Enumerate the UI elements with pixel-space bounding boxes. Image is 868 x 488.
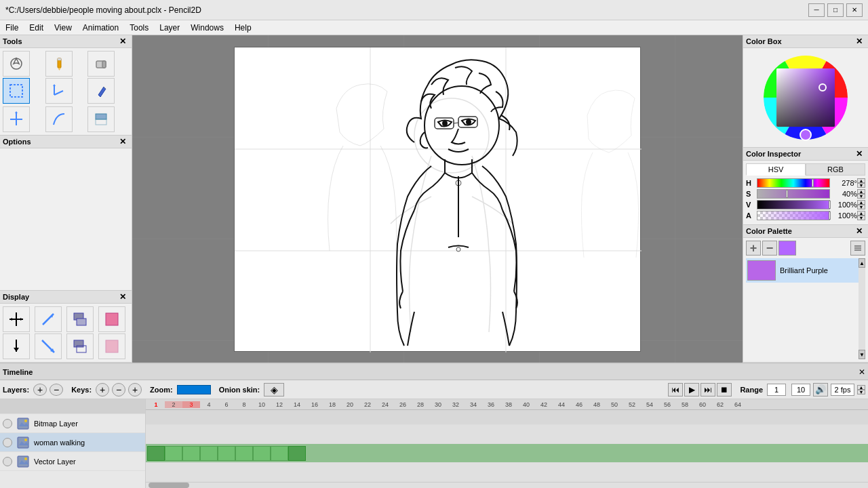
range-end-input[interactable] — [791, 384, 810, 396]
pencil-tool[interactable] — [45, 51, 73, 77]
cp-color-preview[interactable] — [778, 241, 796, 256]
selection-rect-tool[interactable] — [3, 78, 30, 104]
palette-item-brilliant-purple[interactable]: Brilliant Purple — [746, 258, 859, 283]
play-button[interactable]: ▶ — [684, 383, 699, 396]
display-panel-close[interactable]: ✕ — [117, 292, 129, 302]
frame-row-vector[interactable] — [146, 463, 868, 482]
fps-spin-up[interactable]: ▲ — [857, 385, 865, 390]
ci-slider-v-container[interactable] — [757, 200, 830, 209]
display-btn-pen[interactable] — [35, 306, 62, 332]
keyframe-6[interactable] — [235, 446, 253, 461]
timeline-scrollbar[interactable] — [146, 482, 868, 488]
keyframe-1[interactable] — [147, 446, 165, 461]
color-wheel-svg[interactable] — [762, 54, 850, 142]
minimize-button[interactable]: ─ — [808, 3, 825, 17]
ci-spin-h-up[interactable]: ▲ — [857, 178, 865, 183]
layer-vis-vector[interactable] — [3, 457, 12, 466]
keyframe-3[interactable] — [182, 446, 200, 461]
frame-row-woman-walking[interactable] — [146, 444, 868, 463]
tab-hsv[interactable]: HSV — [746, 163, 806, 176]
options-panel-close[interactable]: ✕ — [117, 137, 129, 146]
frame-row-base[interactable] — [146, 410, 868, 425]
ci-spin-h-down[interactable]: ▼ — [857, 183, 865, 188]
palette-scroll-down[interactable]: ▼ — [859, 350, 865, 359]
menu-animation[interactable]: Animation — [77, 22, 124, 34]
keyframe-5[interactable] — [218, 446, 235, 461]
keyframe-4[interactable] — [200, 446, 218, 461]
menu-tools[interactable]: Tools — [124, 22, 154, 34]
canvas-area[interactable] — [132, 35, 743, 363]
layer-row-vector[interactable]: Vector Layer — [0, 452, 145, 471]
frames-rest[interactable] — [306, 446, 867, 461]
keys-remove-button[interactable]: − — [112, 383, 125, 396]
menu-view[interactable]: View — [49, 22, 77, 34]
menu-help[interactable]: Help — [229, 22, 257, 34]
timeline-close[interactable]: ✕ — [859, 367, 865, 377]
cp-menu-button[interactable] — [850, 241, 865, 256]
color-wheel-container[interactable] — [746, 51, 865, 144]
color-inspector-close[interactable]: ✕ — [853, 149, 865, 159]
layer-vis-woman-walking[interactable] — [3, 438, 12, 447]
layer-row-bitmap[interactable]: Bitmap Layer — [0, 414, 145, 433]
move-tool[interactable] — [45, 78, 73, 104]
display-btn-diagonal[interactable] — [35, 333, 62, 359]
range-start-input[interactable] — [767, 384, 786, 396]
menu-edit[interactable]: Edit — [24, 22, 49, 34]
palette-scrollbar[interactable]: ▲ ▼ — [859, 258, 865, 359]
layer-vis-bitmap[interactable] — [3, 419, 12, 428]
pen-tool[interactable] — [87, 78, 115, 104]
display-btn-color2[interactable] — [98, 333, 125, 359]
onion-skin-button[interactable]: ◈ — [264, 383, 284, 396]
menu-layer[interactable]: Layer — [154, 22, 185, 34]
ci-spin-v-down[interactable]: ▼ — [857, 205, 865, 209]
ci-slider-a[interactable] — [757, 211, 830, 220]
display-btn-color1[interactable] — [98, 306, 125, 332]
cp-remove-button[interactable]: − — [762, 241, 777, 256]
menu-file[interactable]: File — [0, 22, 24, 34]
ci-slider-s-container[interactable] — [757, 189, 830, 199]
fps-input[interactable] — [831, 384, 854, 396]
ci-spin-s-up[interactable]: ▲ — [857, 189, 865, 194]
ci-spin-a-up[interactable]: ▲ — [857, 211, 865, 216]
color-palette-close[interactable]: ✕ — [853, 226, 865, 236]
frame-row-bitmap[interactable] — [146, 425, 868, 444]
tool-extra2[interactable] — [45, 106, 73, 132]
close-button[interactable]: ✕ — [846, 3, 863, 17]
stop-button[interactable]: ⏹ — [717, 383, 732, 396]
menu-windows[interactable]: Windows — [185, 22, 229, 34]
volume-button[interactable]: 🔊 — [813, 383, 828, 396]
palette-scroll-up[interactable]: ▲ — [859, 258, 865, 268]
ci-slider-a-container[interactable] — [757, 211, 830, 220]
tool-extra1[interactable] — [3, 106, 30, 132]
keyframe-8[interactable] — [271, 446, 288, 461]
color-box-close[interactable]: ✕ — [853, 37, 865, 46]
keyframe-9[interactable] — [288, 446, 306, 461]
ci-slider-v[interactable] — [757, 200, 830, 209]
add-layer-button[interactable]: + — [33, 384, 47, 396]
cp-add-button[interactable]: + — [746, 241, 761, 256]
tools-panel-close[interactable]: ✕ — [117, 37, 129, 46]
maximize-button[interactable]: □ — [827, 3, 844, 17]
layer-row-woman-walking[interactable]: woman walking — [0, 433, 145, 452]
ci-slider-s[interactable] — [757, 189, 830, 199]
ci-spin-v-up[interactable]: ▲ — [857, 200, 865, 205]
tool-extra3[interactable] — [87, 106, 115, 132]
keyframe-2[interactable] — [165, 446, 182, 461]
display-btn-down[interactable] — [3, 333, 30, 359]
zoom-bar[interactable] — [177, 385, 211, 394]
fps-spin-down[interactable]: ▼ — [857, 390, 865, 394]
eraser-tool[interactable] — [87, 51, 115, 77]
loop-button[interactable]: ⏭ — [701, 383, 715, 396]
display-btn-layers1[interactable] — [66, 306, 94, 332]
go-start-button[interactable]: ⏮ — [668, 383, 683, 396]
display-btn-layers2[interactable] — [66, 333, 94, 359]
keys-duplicate-button[interactable]: + — [128, 383, 142, 396]
ci-spin-s-down[interactable]: ▼ — [857, 194, 865, 199]
select-tool[interactable] — [3, 51, 30, 77]
tab-rgb[interactable]: RGB — [806, 163, 865, 176]
timeline-scroll-thumb[interactable] — [149, 483, 189, 488]
keyframe-7[interactable] — [253, 446, 271, 461]
keys-add-button[interactable]: + — [96, 383, 109, 396]
ci-spin-a-down[interactable]: ▼ — [857, 216, 865, 220]
remove-layer-button[interactable]: − — [50, 384, 63, 396]
